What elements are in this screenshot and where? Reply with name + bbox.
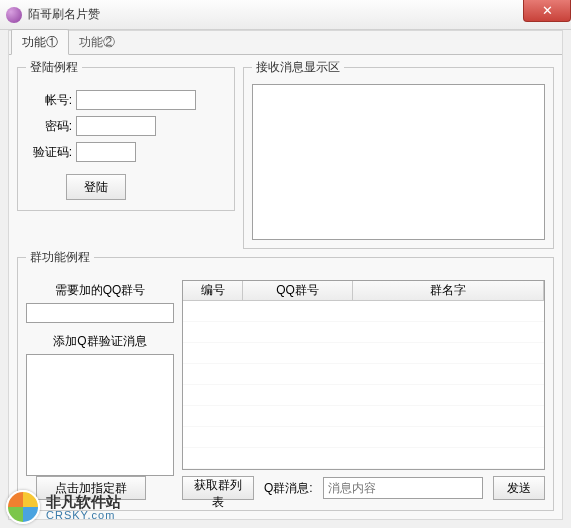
window-title: 陌哥刷名片赞 [28,6,100,23]
col-header-name[interactable]: 群名字 [353,281,544,300]
q-msg-input[interactable] [323,477,483,499]
send-button[interactable]: 发送 [493,476,545,500]
group-function-group: 群功能例程 需要加的QQ群号 添加Q群验证消息 点击加指定群 编号 QQ群号 群… [17,249,554,511]
grid-header: 编号 QQ群号 群名字 [183,281,544,301]
tab-strip: 功能① 功能② [9,31,562,55]
tab-content: 登陆例程 帐号: 密码: 验证码: 登陆 接收消息显示区 群功能例程 [9,55,562,519]
captcha-label: 验证码: [26,144,72,161]
need-qq-input[interactable] [26,303,174,323]
login-legend: 登陆例程 [26,59,82,76]
close-button[interactable]: ✕ [523,0,571,22]
captcha-input[interactable] [76,142,136,162]
bottom-row: 获取群列表 Q群消息: 发送 [182,476,545,500]
receive-textarea[interactable] [252,84,545,240]
group-function-legend: 群功能例程 [26,249,94,266]
titlebar: 陌哥刷名片赞 ✕ [0,0,571,30]
client-area: 功能① 功能② 登陆例程 帐号: 密码: 验证码: 登陆 接收消息显示区 [8,30,563,520]
get-group-list-button[interactable]: 获取群列表 [182,476,254,500]
add-group-button[interactable]: 点击加指定群 [36,476,146,500]
account-label: 帐号: [26,92,72,109]
account-input[interactable] [76,90,196,110]
receive-group: 接收消息显示区 [243,59,554,249]
q-msg-label: Q群消息: [264,480,313,497]
tab-function-2[interactable]: 功能② [69,30,125,54]
tab-function-1[interactable]: 功能① [11,29,69,55]
col-header-qq[interactable]: QQ群号 [243,281,353,300]
login-group: 登陆例程 帐号: 密码: 验证码: 登陆 [17,59,235,211]
password-label: 密码: [26,118,72,135]
verify-msg-label: 添加Q群验证消息 [26,333,174,350]
password-input[interactable] [76,116,156,136]
verify-msg-textarea[interactable] [26,354,174,476]
need-qq-label: 需要加的QQ群号 [26,282,174,299]
login-button[interactable]: 登陆 [66,174,126,200]
group-grid[interactable]: 编号 QQ群号 群名字 [182,280,545,470]
grid-body[interactable] [183,301,544,469]
close-icon: ✕ [542,3,553,18]
receive-legend: 接收消息显示区 [252,59,344,76]
app-icon [6,7,22,23]
col-header-id[interactable]: 编号 [183,281,243,300]
group-left-panel: 需要加的QQ群号 添加Q群验证消息 [26,280,174,470]
